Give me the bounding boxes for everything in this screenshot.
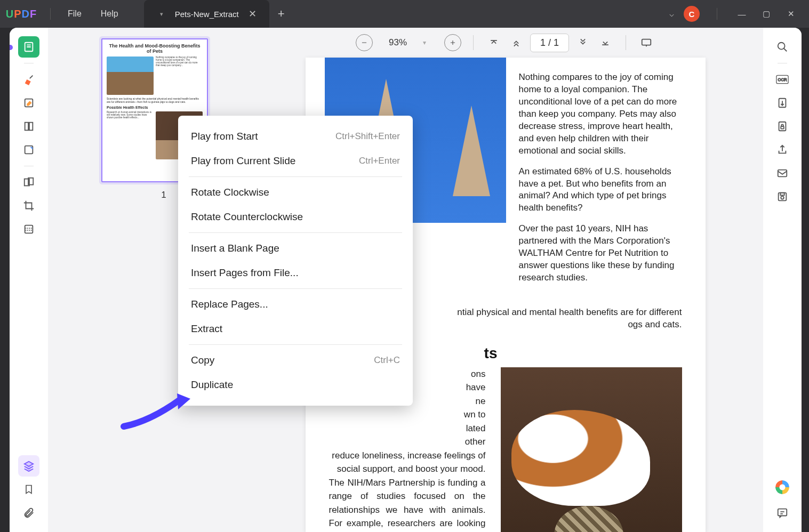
doc-image-dog xyxy=(501,367,682,532)
search-button[interactable] xyxy=(772,36,793,58)
menu-play-from-start[interactable]: Play from Start Ctrl+Shift+Enter xyxy=(178,124,413,149)
document-tab[interactable]: ▾ Pets-New_Extract ✕ xyxy=(144,0,269,28)
bookmark-button[interactable] xyxy=(18,479,39,500)
first-page-button[interactable] xyxy=(485,34,502,51)
view-toolbar: 93% ▾ 1 / 1 xyxy=(247,28,763,58)
zoom-in-button[interactable] xyxy=(444,34,461,51)
menu-rotate-clockwise[interactable]: Rotate Clockwise xyxy=(178,180,413,205)
save-button[interactable] xyxy=(772,186,793,207)
svg-text:OCR: OCR xyxy=(778,77,787,82)
layers-button[interactable] xyxy=(18,455,39,477)
svg-rect-7 xyxy=(25,225,33,233)
zoom-caret-icon[interactable]: ▾ xyxy=(423,39,426,46)
page-organize-button[interactable] xyxy=(18,116,39,137)
presentation-button[interactable] xyxy=(638,34,655,51)
svg-rect-2 xyxy=(25,123,28,131)
new-tab-button[interactable]: + xyxy=(278,7,285,21)
last-page-button[interactable] xyxy=(597,34,614,51)
shortcut-label: Ctrl+C xyxy=(374,355,400,366)
protect-button[interactable] xyxy=(772,116,793,137)
svg-point-17 xyxy=(781,196,784,199)
organize-pages-button[interactable] xyxy=(18,172,39,193)
context-menu: Play from Start Ctrl+Shift+Enter Play fr… xyxy=(178,116,413,406)
ocr-button[interactable]: OCR xyxy=(772,69,793,90)
next-page-button[interactable] xyxy=(574,34,591,51)
share-button[interactable] xyxy=(772,139,793,160)
app-body: The Health and Mood-Boosting Benefits of… xyxy=(10,28,802,532)
email-button[interactable] xyxy=(772,163,793,184)
edit-tool-button[interactable] xyxy=(18,92,39,114)
menu-duplicate[interactable]: Duplicate xyxy=(178,373,413,397)
thumb-title: The Health and Mood-Boosting Benefits of… xyxy=(107,44,203,54)
tab-caret-icon[interactable]: ▾ xyxy=(160,11,163,18)
tab-bar: ▾ Pets-New_Extract ✕ + xyxy=(144,0,285,28)
menu-replace-pages[interactable]: Replace Pages... xyxy=(178,292,413,317)
svg-rect-15 xyxy=(778,170,787,177)
tab-close-icon[interactable]: ✕ xyxy=(245,8,260,20)
menu-insert-from-file[interactable]: Insert Pages from File... xyxy=(178,261,413,285)
zoom-out-button[interactable] xyxy=(356,34,373,51)
dropdown-icon[interactable]: ⌵ xyxy=(669,9,674,19)
shortcut-label: Ctrl+Enter xyxy=(359,156,400,166)
comment-tool-button[interactable] xyxy=(18,69,39,90)
svg-rect-3 xyxy=(29,123,33,131)
crop-tool-button[interactable] xyxy=(18,195,39,216)
menu-play-from-current[interactable]: Play from Current Slide Ctrl+Enter xyxy=(178,149,413,173)
svg-point-9 xyxy=(778,43,785,50)
convert-button[interactable] xyxy=(772,92,793,114)
form-tool-button[interactable] xyxy=(18,139,39,160)
svg-rect-8 xyxy=(642,39,651,45)
maximize-button[interactable]: ▢ xyxy=(759,9,774,19)
redact-tool-button[interactable] xyxy=(18,219,39,240)
user-avatar[interactable]: C xyxy=(684,6,700,22)
menu-extract[interactable]: Extract xyxy=(178,317,413,341)
close-window-button[interactable]: ✕ xyxy=(783,9,798,19)
svg-rect-18 xyxy=(780,193,784,196)
reader-mode-button[interactable] xyxy=(18,36,39,58)
attachment-button[interactable] xyxy=(18,502,39,523)
pointer-arrow-icon xyxy=(118,389,193,434)
svg-rect-14 xyxy=(781,126,784,129)
titlebar: UPDF File Help ▾ Pets-New_Extract ✕ + ⌵ … xyxy=(0,0,809,28)
zoom-level[interactable]: 93% xyxy=(378,37,418,48)
chat-button[interactable] xyxy=(772,502,793,523)
page-indicator[interactable]: 1 / 1 xyxy=(530,34,569,52)
menu-help[interactable]: Help xyxy=(91,9,128,19)
menu-copy[interactable]: Copy Ctrl+C xyxy=(178,348,413,373)
right-toolbar: OCR xyxy=(763,28,802,532)
shortcut-label: Ctrl+Shift+Enter xyxy=(335,131,400,142)
app-logo: UPDF xyxy=(0,8,43,20)
menu-file[interactable]: File xyxy=(58,9,91,19)
left-toolbar xyxy=(10,28,48,532)
minimize-button[interactable]: — xyxy=(734,10,749,19)
doc-text-block: Nothing compares to the joy of coming ho… xyxy=(519,58,682,293)
menu-insert-blank-page[interactable]: Insert a Blank Page xyxy=(178,236,413,261)
tab-title: Pets-New_Extract xyxy=(175,10,239,19)
svg-rect-19 xyxy=(778,509,787,516)
menu-rotate-counterclockwise[interactable]: Rotate Counterclockwise xyxy=(178,205,413,229)
ai-assistant-button[interactable] xyxy=(772,477,793,498)
prev-page-button[interactable] xyxy=(508,34,525,51)
